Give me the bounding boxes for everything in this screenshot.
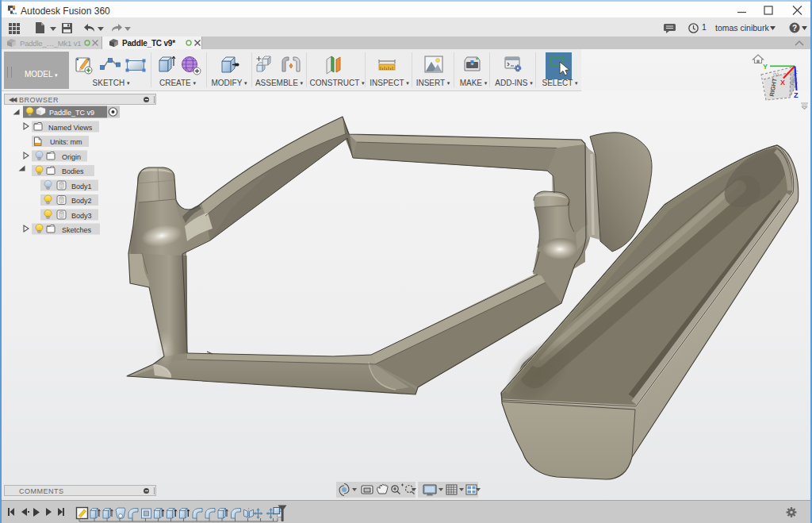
svg-text:Body1: Body1 [71,183,92,190]
svg-text:Body2: Body2 [71,197,92,205]
svg-text:Named Views: Named Views [48,124,93,132]
svg-text:Sketches: Sketches [62,226,92,234]
svg-text:X: X [780,79,785,87]
svg-text:?: ? [792,24,797,33]
svg-text:Body3: Body3 [71,212,92,220]
svg-text:Bodies: Bodies [62,167,84,175]
svg-text:Z: Z [794,91,799,99]
svg-text:Units: mm: Units: mm [50,138,82,146]
svg-text:Origin: Origin [62,153,81,161]
svg-text:Y: Y [763,63,768,71]
svg-text:Paddle_TC v9: Paddle_TC v9 [49,109,94,117]
